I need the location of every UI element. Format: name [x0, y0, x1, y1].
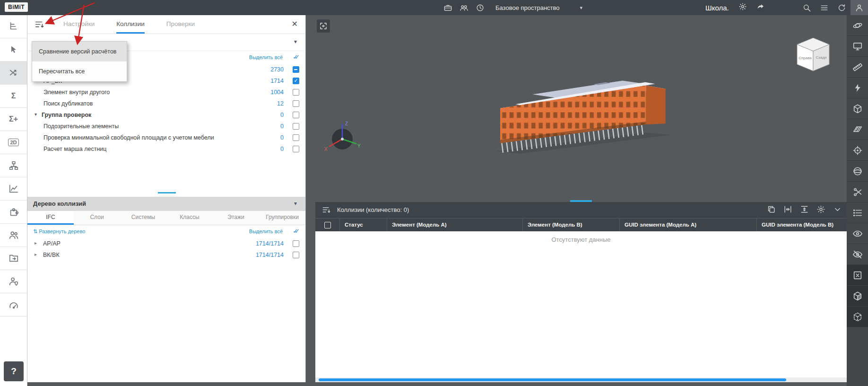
checkbox[interactable]: [293, 134, 299, 141]
help-icon[interactable]: ?: [4, 361, 24, 381]
select-cursor-icon[interactable]: [0, 38, 27, 61]
panel-resize-handle[interactable]: [158, 192, 176, 193]
tab-checks[interactable]: Проверки: [166, 15, 195, 34]
check-row[interactable]: Поиск дубликатов 12: [27, 98, 305, 110]
presentation-screen-icon[interactable]: [847, 36, 868, 57]
bimit-logo[interactable]: BiMiT: [5, 2, 28, 12]
select-all-link[interactable]: Выделить всё: [249, 54, 283, 60]
viewport-3d[interactable]: Справа Сзади Z Y X: [306, 15, 847, 386]
list-menu-icon[interactable]: [816, 0, 833, 15]
sphere-mode-icon[interactable]: [847, 161, 868, 182]
checkbox[interactable]: [293, 240, 299, 247]
caret-right-icon[interactable]: ▸: [35, 252, 37, 257]
dashboard-gauge-icon[interactable]: [0, 293, 27, 316]
view-2d-icon[interactable]: 2D: [0, 131, 27, 154]
checkbox[interactable]: [293, 123, 299, 130]
team-icon[interactable]: [460, 3, 469, 12]
focus-target-icon[interactable]: [847, 140, 868, 161]
expand-tree-link[interactable]: ⇅ Развернуть дерево: [33, 228, 85, 235]
check-row[interactable]: Подозрительные элементы 0: [27, 121, 305, 132]
show-eye-icon[interactable]: [847, 223, 868, 244]
checkbox[interactable]: [293, 66, 299, 73]
history-clock-icon[interactable]: [476, 3, 485, 12]
hide-eye-icon[interactable]: [847, 244, 868, 265]
axis-gizmo[interactable]: Z Y X: [322, 119, 362, 159]
structure-list-icon[interactable]: [847, 202, 868, 223]
table-header-cell[interactable]: GUID элемента (Модель B): [757, 219, 847, 231]
clash-lightning-icon[interactable]: [847, 78, 868, 98]
tree-tab-groups[interactable]: Группировки: [259, 211, 305, 225]
bottom-panel-resize-handle[interactable]: [570, 200, 592, 202]
tab-settings[interactable]: Настройки: [63, 15, 95, 34]
caret-right-icon[interactable]: ▸: [35, 240, 37, 246]
table-header-cell[interactable]: Элемент (Модель B): [523, 219, 620, 231]
tree-tab-ifc[interactable]: IFC: [27, 211, 74, 225]
orbit-icon[interactable]: [847, 15, 868, 36]
tab-collisions[interactable]: Коллизии: [116, 15, 145, 34]
double-check-icon[interactable]: ✓✓: [293, 228, 300, 235]
tree-section-header[interactable]: Дерево коллизий ▾: [27, 197, 305, 211]
checkbox[interactable]: [293, 78, 299, 84]
clip-box-icon[interactable]: [847, 98, 868, 119]
settings-gear-icon[interactable]: [816, 205, 825, 214]
close-icon[interactable]: ✕: [292, 19, 298, 28]
structure-sitemap-icon[interactable]: [0, 154, 27, 177]
panel-menu-icon[interactable]: [34, 19, 44, 30]
copy-icon[interactable]: [767, 205, 776, 214]
select-all-link[interactable]: Выделить всё: [249, 228, 283, 234]
plugins-puzzle-icon[interactable]: [0, 201, 27, 224]
table-header-cell[interactable]: Статус: [340, 219, 387, 231]
section-plane-icon[interactable]: [847, 119, 868, 140]
transparent-mode-icon[interactable]: [847, 307, 868, 327]
cube-face-label[interactable]: Сзади: [816, 55, 826, 60]
settings-gear-icon[interactable]: [738, 2, 747, 13]
tree-tab-systems[interactable]: Системы: [120, 211, 166, 225]
building-model[interactable]: [472, 46, 699, 168]
search-icon[interactable]: [798, 0, 816, 15]
checkbox[interactable]: [293, 112, 299, 118]
fit-height-icon[interactable]: [800, 205, 809, 214]
model-tree-icon[interactable]: [0, 15, 27, 38]
checkbox[interactable]: [293, 146, 299, 152]
tree-tab-floors[interactable]: Этажи: [213, 211, 259, 225]
collision-check-icon[interactable]: [0, 61, 27, 85]
hide-selection-icon[interactable]: [847, 265, 868, 286]
chevron-down-icon[interactable]: ▾: [580, 5, 583, 11]
sum-add-icon[interactable]: Σ+: [0, 108, 27, 131]
table-header-cell[interactable]: GUID элемента (Модель A): [620, 219, 757, 231]
tree-row[interactable]: ▸ ВК/ВК 1714/1714: [27, 250, 305, 261]
chevron-down-icon[interactable]: ▾: [294, 200, 297, 207]
workspace-selector[interactable]: Базовое пространство: [495, 4, 560, 11]
check-row[interactable]: Элемент внутри другого 1004: [27, 87, 305, 98]
viewport-expand-icon[interactable]: [317, 19, 330, 33]
chevron-down-icon[interactable]: [833, 205, 842, 214]
users-icon[interactable]: [0, 224, 27, 247]
menu-item-recalculate-all[interactable]: Пересчитать все: [32, 61, 127, 81]
double-check-icon[interactable]: ✓✓: [293, 53, 300, 61]
share-icon[interactable]: [756, 2, 765, 13]
scrollbar-thumb[interactable]: [319, 378, 786, 381]
checkbox[interactable]: [293, 252, 299, 258]
horizontal-scrollbar[interactable]: [315, 377, 847, 382]
menu-item-compare-versions[interactable]: Сравнение версий расчётов: [32, 42, 127, 61]
cube-face-label[interactable]: Справа: [799, 56, 812, 60]
projects-briefcase-icon[interactable]: [443, 3, 452, 12]
check-row[interactable]: Расчет марша лестниц 0: [27, 144, 305, 155]
chevron-down-icon[interactable]: ▾: [294, 38, 297, 45]
check-group-row[interactable]: ▾ Группа проверок 0: [27, 110, 305, 121]
checkbox[interactable]: [293, 100, 299, 107]
section-cut-icon[interactable]: [847, 182, 868, 202]
table-header-cell[interactable]: Элемент (Модель A): [387, 219, 523, 231]
shared-folder-icon[interactable]: [0, 247, 27, 270]
filter-list-icon[interactable]: [321, 205, 331, 217]
tree-row[interactable]: ▸ АР/АР 1714/1714: [27, 238, 305, 250]
check-row[interactable]: Проверка минимальной свободной площади с…: [27, 132, 305, 144]
measure-ruler-icon[interactable]: [847, 57, 868, 78]
analytics-chart-icon[interactable]: [0, 177, 27, 201]
tree-tab-classes[interactable]: Классы: [166, 211, 213, 225]
fit-width-icon[interactable]: [783, 205, 792, 214]
sync-icon[interactable]: [833, 0, 851, 15]
isolate-selection-icon[interactable]: [847, 286, 868, 307]
caret-down-icon[interactable]: ▾: [35, 112, 37, 117]
select-all-checkbox[interactable]: [324, 222, 331, 228]
